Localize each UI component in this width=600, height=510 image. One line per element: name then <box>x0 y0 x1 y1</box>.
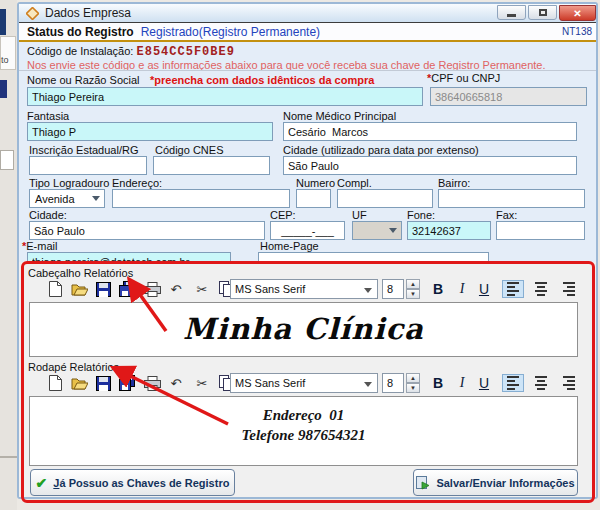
have-keys-label: Já Possuo as Chaves de Registro <box>53 477 229 489</box>
cep-input[interactable] <box>270 221 345 240</box>
fone-input[interactable] <box>407 221 491 240</box>
status-strip: Status do Registro Registrado(Registro P… <box>19 22 596 42</box>
italic-button[interactable]: I <box>452 279 472 299</box>
open-icon[interactable] <box>70 374 88 392</box>
align-center-icon <box>535 376 547 390</box>
undo-icon[interactable]: ↶ <box>167 280 185 298</box>
font-size-stepper[interactable]: ▲ ▼ <box>406 373 420 393</box>
align-center-button[interactable] <box>530 280 552 298</box>
font-size-input[interactable]: 8 <box>382 279 404 299</box>
cpf-input[interactable] <box>430 87 587 106</box>
stepper-down-icon[interactable]: ▼ <box>406 289 420 299</box>
footer-editor-area[interactable]: Endereço 01 Telefone 987654321 <box>29 396 578 466</box>
cidade-input[interactable] <box>29 221 265 240</box>
maximize-button[interactable] <box>528 5 557 20</box>
cut-icon[interactable]: ✂ <box>193 374 211 392</box>
align-left-icon <box>507 376 519 390</box>
fax-input[interactable] <box>496 221 585 240</box>
endereco-input[interactable] <box>112 189 290 208</box>
save-send-button[interactable]: Salvar/Enviar Informações <box>413 469 578 496</box>
install-code-label: Código de Instalação: <box>27 45 133 57</box>
background-text: to <box>1 55 9 65</box>
minimize-button[interactable] <box>497 5 526 20</box>
save-icon[interactable] <box>94 374 112 392</box>
medico-label: Nome Médico Principal <box>283 110 396 122</box>
stepper-up-icon[interactable]: ▲ <box>406 373 420 383</box>
razao-social-input[interactable] <box>27 87 423 106</box>
italic-button[interactable]: I <box>452 373 472 393</box>
align-left-button[interactable] <box>502 280 524 298</box>
fill-hint: *preencha com dados idênticos da compra <box>150 74 374 86</box>
check-icon: ✔ <box>36 475 48 491</box>
copies-icon[interactable] <box>118 374 136 392</box>
align-right-button[interactable] <box>558 374 580 392</box>
copies-icon[interactable] <box>118 280 136 298</box>
cut-icon[interactable]: ✂ <box>193 280 211 298</box>
save-send-icon <box>416 476 430 490</box>
header-editor-area[interactable]: Minha Clínica <box>29 302 578 357</box>
minimize-icon <box>507 14 516 17</box>
chevron-down-icon <box>364 288 372 293</box>
print-icon[interactable] <box>143 280 161 298</box>
align-right-button[interactable] <box>558 280 580 298</box>
cidade-extenso-input[interactable] <box>283 156 577 175</box>
underline-button[interactable]: U <box>474 373 494 393</box>
cnes-input[interactable] <box>153 156 270 175</box>
font-family-select[interactable]: MS Sans Serif <box>230 279 378 299</box>
align-center-button[interactable] <box>530 374 552 392</box>
inscricao-input[interactable] <box>29 156 147 175</box>
font-size-input[interactable]: 8 <box>382 373 404 393</box>
stepper-down-icon[interactable]: ▼ <box>406 383 420 393</box>
fantasia-input[interactable] <box>27 122 273 141</box>
background-window <box>0 0 17 510</box>
close-button[interactable]: ✕ <box>559 5 596 21</box>
bold-button[interactable]: B <box>428 279 448 299</box>
header-editor-content: Minha Clínica <box>30 303 577 346</box>
bairro-input[interactable] <box>438 189 585 208</box>
numero-input[interactable] <box>296 189 331 208</box>
email-label: E-mail <box>26 240 57 252</box>
save-send-label: Salvar/Enviar Informações <box>436 477 574 489</box>
chevron-down-icon <box>389 228 397 233</box>
fax-label: Fax: <box>496 209 517 221</box>
status-value: Registrado(Registro Permanente) <box>141 25 320 39</box>
uf-select[interactable] <box>352 221 402 240</box>
version-badge: NT138 <box>562 26 592 37</box>
undo-icon[interactable]: ↶ <box>167 374 185 392</box>
align-left-button[interactable] <box>502 374 524 392</box>
font-family-select[interactable]: MS Sans Serif <box>230 373 378 393</box>
numero-label: Numero <box>296 177 335 189</box>
align-right-icon <box>563 282 575 296</box>
new-icon[interactable] <box>46 374 64 392</box>
cnes-label: Código CNES <box>155 144 223 156</box>
medico-input[interactable] <box>283 122 577 141</box>
footer-editor-content: Endereço 01 Telefone 987654321 <box>30 397 577 445</box>
endereco-label: Endereço: <box>112 177 162 189</box>
font-size-stepper[interactable]: ▲ ▼ <box>406 279 420 299</box>
inscricao-label: Inscrição Estadual/RG <box>29 144 138 156</box>
header-editor-toolbar: ↶ ✂ A MS Sans Serif 8 ▲ ▼ B I U <box>44 279 580 301</box>
footer-editor-toolbar: ↶ ✂ A MS Sans Serif 8 ▲ ▼ B I U <box>44 373 580 395</box>
install-code-row: Código de Instalação: E854CC5F0BE9 <box>27 45 235 59</box>
footer-editor-label: Rodapé Relatórios <box>28 361 119 373</box>
window-title: Dados Empresa <box>45 6 131 20</box>
status-label: Status do Registro <box>27 25 134 39</box>
stepper-up-icon[interactable]: ▲ <box>406 279 420 289</box>
compl-label: Compl. <box>337 177 372 189</box>
chevron-down-icon <box>92 196 100 201</box>
align-right-icon <box>563 376 575 390</box>
save-icon[interactable] <box>94 280 112 298</box>
underline-button[interactable]: U <box>474 279 494 299</box>
maximize-icon <box>539 9 547 16</box>
compl-input[interactable] <box>337 189 433 208</box>
print-icon[interactable] <box>143 374 161 392</box>
bold-button[interactable]: B <box>428 373 448 393</box>
open-icon[interactable] <box>70 280 88 298</box>
bairro-label: Bairro: <box>438 177 470 189</box>
new-icon[interactable] <box>46 280 64 298</box>
close-icon: ✕ <box>573 8 581 19</box>
cidade-label: Cidade: <box>29 209 67 221</box>
tipo-logradouro-select[interactable]: Avenida <box>29 189 105 208</box>
uf-label: UF <box>352 209 367 221</box>
have-keys-button[interactable]: ✔ Já Possuo as Chaves de Registro <box>30 469 235 496</box>
